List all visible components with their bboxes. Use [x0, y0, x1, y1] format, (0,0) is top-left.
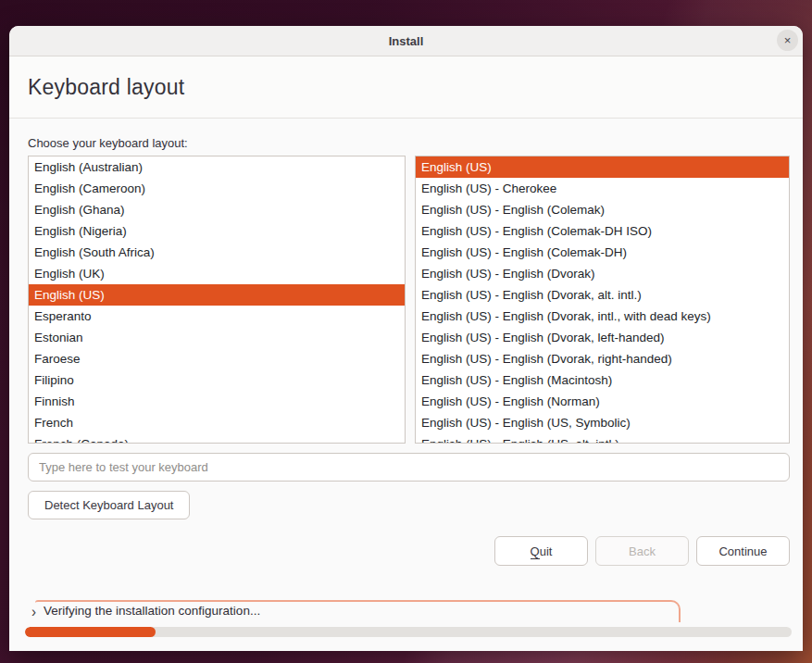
back-button[interactable]: Back — [595, 536, 689, 566]
progress-bar-fill — [25, 627, 156, 637]
list-item[interactable]: English (US) - English (US, Symbolic) — [416, 412, 789, 433]
close-icon: × — [784, 34, 792, 46]
list-item[interactable]: Estonian — [29, 327, 405, 348]
choose-layout-label: Choose your keyboard layout: — [28, 136, 790, 150]
list-item[interactable]: Filipino — [29, 369, 405, 391]
list-item[interactable]: English (Ghana) — [29, 199, 405, 220]
status-frame: › Verifying the installation configurati… — [35, 600, 681, 622]
list-item[interactable]: English (Cameroon) — [29, 178, 405, 199]
list-item[interactable]: English (US) - English (Colemak-DH ISO) — [416, 220, 789, 242]
quit-button[interactable]: Quit — [494, 536, 588, 566]
list-item[interactable]: English (US) - English (Colemak-DH) — [416, 242, 789, 263]
list-item[interactable]: Finnish — [29, 391, 405, 412]
list-item[interactable]: English (US) - English (Dvorak, right-ha… — [416, 348, 789, 369]
list-item[interactable]: English (Nigeria) — [29, 220, 405, 242]
installer-window: Install × Keyboard layout Choose your ke… — [9, 26, 803, 651]
list-item[interactable]: English (US) - English (Dvorak) — [416, 263, 789, 284]
detect-keyboard-layout-button[interactable]: Detect Keyboard Layout — [28, 491, 190, 519]
quit-accel: Q — [531, 544, 540, 559]
layout-list[interactable]: English (Australian)English (Cameroon)En… — [28, 156, 406, 444]
list-item[interactable]: English (Australian) — [29, 156, 405, 178]
quit-rest: uit — [540, 544, 553, 558]
close-button[interactable]: × — [777, 30, 798, 51]
content: Choose your keyboard layout: English (Au… — [9, 119, 803, 651]
status-expander[interactable]: › Verifying the installation configurati… — [31, 602, 679, 618]
list-item[interactable]: English (South Africa) — [29, 242, 405, 263]
titlebar: Install × — [9, 26, 803, 56]
list-item[interactable]: French — [29, 412, 405, 433]
status-text: Verifying the installation configuration… — [44, 604, 260, 618]
list-item[interactable]: English (US) - English (Norman) — [416, 391, 789, 412]
window-title: Install — [389, 34, 424, 48]
continue-button[interactable]: Continue — [696, 536, 790, 566]
list-item[interactable]: English (US) - English (Dvorak, alt. int… — [416, 284, 789, 306]
list-item[interactable]: English (US) — [29, 284, 405, 306]
variant-list[interactable]: English (US)English (US) - CherokeeEngli… — [415, 156, 790, 444]
page-header: Keyboard layout — [9, 56, 803, 119]
list-item[interactable]: English (US) - English (Dvorak, left-han… — [416, 327, 789, 348]
expander-chevron-icon: › — [31, 603, 36, 619]
list-item[interactable]: Esperanto — [29, 306, 405, 327]
list-item[interactable]: English (US) - English (US, alt. intl.) — [416, 433, 789, 444]
list-item[interactable]: Faroese — [29, 348, 405, 369]
keyboard-lists: English (Australian)English (Cameroon)En… — [28, 156, 790, 444]
list-item[interactable]: English (US) - English (Dvorak, intl., w… — [416, 306, 789, 327]
list-item[interactable]: English (UK) — [29, 263, 405, 284]
page-title: Keyboard layout — [28, 75, 184, 100]
progress-bar — [25, 627, 792, 637]
list-item[interactable]: English (US) - Cherokee — [416, 178, 789, 199]
list-item[interactable]: English (US) - English (Colemak) — [416, 199, 789, 220]
desktop: { "window": { "title": "Install", "close… — [0, 0, 812, 663]
list-item[interactable]: French (Canada) — [29, 433, 405, 444]
list-item[interactable]: English (US) — [416, 156, 789, 178]
list-item[interactable]: English (US) - English (Macintosh) — [416, 369, 789, 391]
keyboard-test-input[interactable] — [28, 453, 790, 482]
footer-buttons: Quit Back Continue — [28, 536, 790, 566]
